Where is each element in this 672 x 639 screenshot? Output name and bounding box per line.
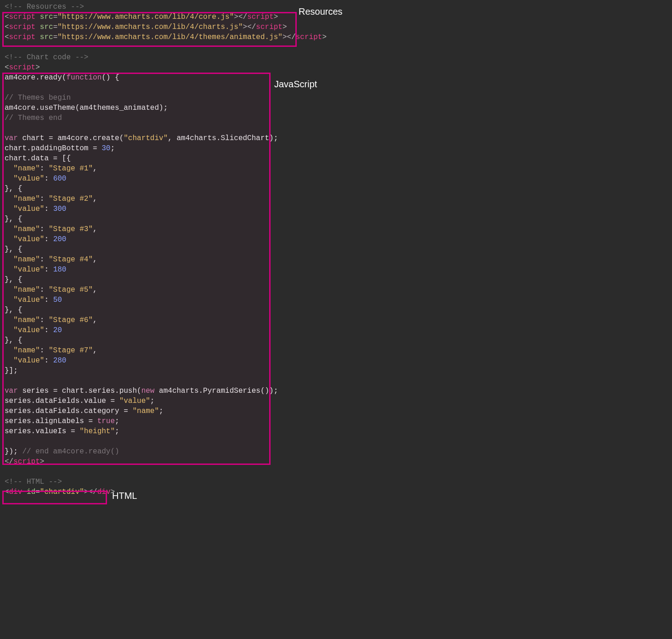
resource-src-2: "https://www.amcharts.com/lib/4/charts.j… [57,23,243,31]
script-open-tag: <script> [5,63,40,72]
html-div-line: <div id="chartdiv"></div> [5,488,115,496]
js-ready-open: am4core.ready(function() { [5,74,119,82]
js-obj-sep-2: }, { [5,215,22,223]
script-close-tag: </script> [5,458,44,466]
js-ready-close: }); // end am4core.ready() [5,447,119,456]
js-data-entry-4v: "value": 180 [5,266,66,274]
comment-chart-code: <!-- Chart code --> [5,53,88,62]
js-use-theme: am4core.useTheme(am4themes_animated); [5,104,168,112]
js-obj-sep-3: }, { [5,245,22,254]
js-obj-sep-4: }, { [5,276,22,284]
resource-line-1: <script src="https://www.amcharts.com/li… [5,13,278,21]
js-data-entry-7: "name": "Stage #7", [5,346,97,355]
js-padding: chart.paddingBottom = 30; [5,144,115,153]
js-data-entry-3v: "value": 200 [5,235,66,243]
js-data-open: chart.data = [{ [5,154,71,163]
comment-themes-begin: // Themes begin [5,94,71,102]
js-value-is: series.valueIs = "height"; [5,427,119,435]
label-resources: Resources [299,6,343,17]
js-sdf-value: series.dataFields.value = "value"; [5,397,154,405]
js-data-entry-6: "name": "Stage #6", [5,316,97,324]
js-data-entry-3: "name": "Stage #3", [5,225,97,233]
resource-src-3: "https://www.amcharts.com/lib/4/themes/a… [57,33,282,41]
js-data-entry-1v: "value": 600 [5,175,66,183]
label-html: HTML [112,491,137,501]
js-var-series: var series = chart.series.push(new am4ch… [5,387,278,395]
js-data-entry-5: "name": "Stage #5", [5,286,97,294]
label-javascript: JavaScript [274,79,317,89]
js-obj-sep-5: }, { [5,306,22,314]
resource-src-1: "https://www.amcharts.com/lib/4/core.js" [57,13,234,21]
js-data-entry-1: "name": "Stage #1", [5,164,97,173]
js-data-entry-2v: "value": 300 [5,205,66,213]
comment-themes-end: // Themes end [5,114,62,122]
js-data-entry-2: "name": "Stage #2", [5,195,97,203]
code-block[interactable]: <!-- Resources --> <script src="https://… [0,2,672,497]
js-sdf-category: series.dataFields.category = "name"; [5,407,164,415]
resource-line-3: <script src="https://www.amcharts.com/li… [5,33,327,41]
js-var-chart: var chart = am4core.create("chartdiv", a… [5,134,278,142]
js-data-close: }]; [5,367,18,375]
resource-line-2: <script src="https://www.amcharts.com/li… [5,23,287,31]
js-obj-sep-6: }, { [5,336,22,345]
js-data-entry-7v: "value": 280 [5,356,66,365]
js-align-labels: series.alignLabels = true; [5,417,119,425]
comment-resources: <!-- Resources --> [5,3,84,11]
js-data-entry-6v: "value": 20 [5,326,62,334]
js-data-entry-5v: "value": 50 [5,296,62,304]
comment-html: <!-- HTML --> [5,478,62,486]
js-data-entry-4: "name": "Stage #4", [5,255,97,264]
js-obj-sep-1: }, { [5,185,22,193]
